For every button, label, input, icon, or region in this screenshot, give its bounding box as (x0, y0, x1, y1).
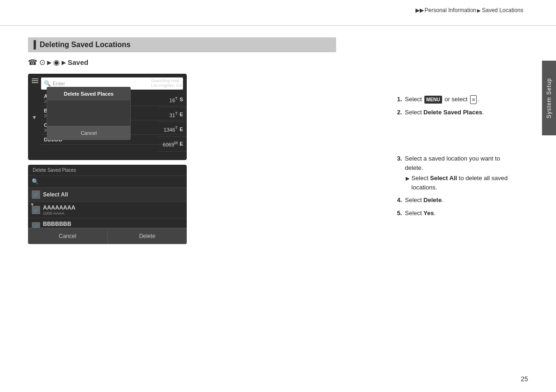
breadcrumb-arrow1: ▶ (477, 8, 481, 13)
breadcrumb-arrows: ▶▶ (415, 7, 424, 14)
step-1-content: Select MENU or select ≡. (405, 95, 512, 104)
step-5-num: 5. (397, 209, 402, 218)
saved-item-info-1: AAAAAAAA 1000 AAAA (43, 204, 75, 216)
instruction-1: 1. Select MENU or select ≡. (397, 95, 512, 104)
select-all-row[interactable]: ✓ Select All (28, 188, 187, 202)
main-content: Deleting Saved Locations ☎ ⊙ ▶ ◉ ▶ Saved… (0, 26, 540, 256)
nav-path: ☎ ⊙ ▶ ◉ ▶ Saved (28, 58, 512, 67)
delete-dialog-body (47, 100, 130, 126)
screenshot-1: 🔍 Enter Searching near Los Angeles, CA ▾… (28, 74, 187, 160)
header: ▶▶ Personal Information ▶ Saved Location… (0, 0, 556, 26)
list-button-inline: ≡ (470, 95, 477, 104)
section-header: Deleting Saved Locations (28, 37, 336, 52)
sidebar-tab-label: System Setup (546, 78, 552, 119)
distance-item: 16T S (158, 92, 187, 107)
step-2-num: 2. (397, 108, 402, 117)
breadcrumb-part2: Saved Locations (482, 7, 523, 14)
search-icon: 🔍 (44, 80, 51, 87)
triangle-arrow-icon: ▶ (406, 175, 409, 192)
distance-item: 1346T E (158, 122, 187, 137)
delete-places-title: Delete Saved Places (28, 165, 187, 176)
step-3-num: 3. (397, 154, 402, 192)
scroll-down-icon: ▾ (33, 113, 36, 121)
step-2-content: Select Delete Saved Places. (405, 108, 512, 117)
select-all-checkbox[interactable]: ✓ (32, 190, 40, 199)
saved-item-row[interactable]: ✓ AAAAAAAA 1000 AAAA (28, 202, 187, 218)
distance-list: 16T S 31T E 1346T E 6069M E (158, 92, 187, 152)
bottom-buttons: Cancel Delete (28, 228, 187, 244)
select-all-label: Select All (43, 191, 68, 198)
instructions: 1. Select MENU or select ≡. 2. Select De… (397, 95, 512, 244)
instruction-5: 5. Select Yes. (397, 209, 512, 218)
step-5-content: Select Yes. (405, 209, 512, 218)
instruction-2: 2. Select Delete Saved Places. (397, 108, 512, 117)
screenshots-area: 🔍 Enter Searching near Los Angeles, CA ▾… (28, 74, 187, 244)
breadcrumb: ▶▶ Personal Information ▶ Saved Location… (415, 7, 523, 14)
nav-home-icon: ⊙ (39, 58, 45, 67)
section-bar-icon (34, 40, 36, 49)
screenshot-2: Delete Saved Places 🔍 ▾ ✓ Select All ✓ A… (28, 165, 187, 244)
nav-saved-label: Saved (68, 58, 88, 66)
section-title: Deleting Saved Locations (40, 41, 131, 49)
cancel-button[interactable]: Cancel (28, 228, 108, 244)
distance-item: 6069M E (158, 137, 187, 152)
hamburger-icon (32, 77, 39, 84)
breadcrumb-part1: Personal Information (425, 7, 477, 14)
searching-near-text: Searching near Los Angeles, CA (151, 78, 182, 88)
nav-arrow1: ▶ (47, 59, 51, 66)
item-checkbox-1[interactable]: ✓ (32, 206, 40, 214)
step-4-num: 4. (397, 196, 402, 205)
step-1-num: 1. (397, 95, 402, 104)
instruction-3: 3. Select a saved location you want to d… (397, 154, 512, 192)
delete-dialog-title: Delete Saved Places (47, 87, 130, 100)
search-icon-2: 🔍 (32, 178, 39, 185)
nav-phone-icon: ☎ (28, 58, 37, 67)
sidebar-tab: System Setup (542, 61, 556, 135)
menu-button-inline: MENU (424, 96, 442, 104)
instruction-4: 4. Select Delete. (397, 196, 512, 205)
nav-arrow2: ▶ (62, 59, 66, 66)
step-3-content: Select a saved location you want to dele… (405, 154, 512, 192)
search-row: 🔍 (28, 176, 187, 188)
dialog-cancel-button[interactable]: Cancel (47, 126, 130, 140)
delete-button[interactable]: Delete (108, 228, 187, 244)
step-4-content: Select Delete. (405, 196, 512, 205)
page-number: 25 (521, 375, 528, 383)
search-placeholder: Enter (53, 81, 65, 86)
step-3-subpoint: ▶ Select Select All to delete all saved … (406, 174, 512, 192)
delete-dialog: Delete Saved Places Cancel (47, 87, 131, 140)
distance-item: 31T E (158, 107, 187, 122)
nav-settings-icon: ◉ (53, 58, 60, 67)
